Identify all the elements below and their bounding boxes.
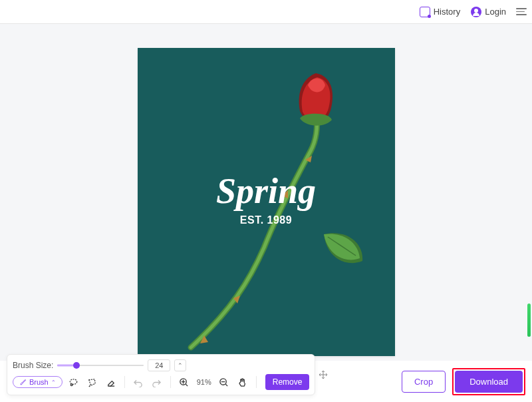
artboard-title: Spring: [216, 173, 316, 209]
brush-size-stepper[interactable]: ⌃: [174, 359, 186, 371]
login-label: Login: [485, 7, 506, 17]
chevron-up-icon: ⌃: [51, 379, 56, 385]
artboard-text: Spring EST. 1989: [216, 173, 316, 226]
app-header: History Login: [0, 0, 532, 24]
drag-handle-icon[interactable]: [317, 369, 329, 381]
user-icon: [471, 7, 481, 17]
remove-button[interactable]: Remove: [265, 374, 310, 390]
download-highlight: Download: [452, 368, 525, 395]
brush-size-slider[interactable]: [57, 361, 144, 370]
zoom-level: 91%: [196, 378, 213, 386]
artboard[interactable]: Spring EST. 1989: [138, 48, 395, 356]
bottom-bar: Brush Size: 24 ⌃ Brush ⌃ 91%: [0, 361, 532, 402]
svg-point-1: [71, 383, 73, 385]
history-button[interactable]: History: [416, 5, 464, 19]
history-icon: [420, 7, 430, 17]
undo-button[interactable]: [131, 375, 146, 389]
download-button[interactable]: Download: [455, 371, 523, 393]
brush-size-label: Brush Size:: [13, 361, 53, 370]
poly-lasso-tool[interactable]: [85, 375, 100, 389]
login-button[interactable]: Login: [467, 5, 509, 19]
brush-size-value[interactable]: 24: [148, 359, 170, 371]
zoom-in-button[interactable]: [177, 375, 192, 389]
history-label: History: [434, 7, 460, 17]
canvas-area: Spring EST. 1989: [0, 24, 532, 363]
brush-icon: [19, 379, 27, 386]
brush-button-label: Brush: [29, 378, 49, 386]
eraser-tool[interactable]: [104, 375, 118, 389]
redo-button[interactable]: [150, 375, 164, 389]
scroll-indicator[interactable]: [527, 303, 531, 337]
tool-panel: Brush Size: 24 ⌃ Brush ⌃ 91%: [7, 354, 315, 395]
hamburger-menu[interactable]: [513, 5, 524, 18]
brush-tool-button[interactable]: Brush ⌃: [13, 376, 63, 388]
artboard-subtitle: EST. 1989: [216, 214, 316, 226]
lasso-tool[interactable]: [66, 375, 81, 389]
crop-button[interactable]: Crop: [402, 371, 446, 393]
zoom-out-button[interactable]: [217, 375, 231, 389]
hand-tool[interactable]: [235, 375, 250, 389]
action-buttons: Crop Download: [402, 368, 525, 395]
svg-point-0: [70, 379, 77, 384]
